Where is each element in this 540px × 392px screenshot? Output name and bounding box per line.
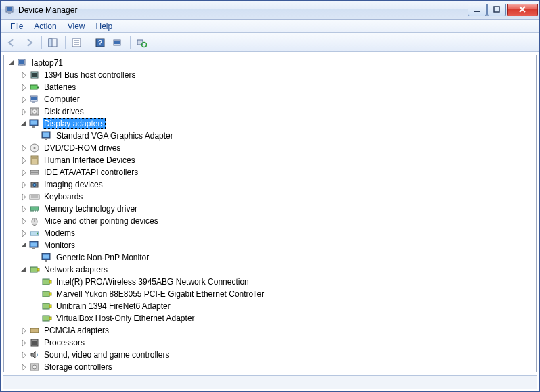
tree-node-net-child[interactable]: Intel(R) PRO/Wireless 3945ABG Network Co… (5, 276, 536, 288)
nic-icon (41, 276, 52, 287)
expand-icon[interactable] (19, 362, 29, 372)
menu-action[interactable]: Action (28, 20, 62, 32)
expand-icon[interactable] (19, 143, 29, 153)
menu-file[interactable]: File (5, 20, 28, 32)
tree-label: Standard VGA Graphics Adapter (55, 130, 175, 141)
app-icon (5, 5, 16, 16)
tree-label: laptop71 (30, 57, 64, 68)
expand-icon[interactable] (19, 216, 29, 226)
tree-label: PCMCIA adapters (43, 325, 110, 336)
svg-rect-20 (20, 65, 23, 66)
expand-icon[interactable] (19, 107, 29, 117)
svg-point-38 (34, 147, 36, 149)
collapse-icon[interactable] (19, 241, 29, 251)
properties-button[interactable] (68, 34, 85, 51)
tree-node-storage[interactable]: Storage controllers (5, 361, 536, 372)
tree-node-hid[interactable]: Human Interface Devices (5, 154, 536, 166)
tree-node-imaging[interactable]: Imaging devices (5, 178, 536, 191)
tree-node-ide[interactable]: IDE ATA/ATAPI controllers (5, 166, 536, 178)
tree-label: Imaging devices (43, 179, 104, 190)
help-button[interactable]: ? (92, 34, 108, 51)
scan-hardware-button[interactable] (110, 34, 126, 51)
svg-rect-61 (43, 255, 49, 259)
svg-rect-4 (494, 7, 499, 12)
storage-icon (29, 362, 40, 372)
svg-rect-39 (31, 156, 38, 164)
tree-node-monitors[interactable]: Monitors (5, 239, 536, 251)
tree-node-memt[interactable]: Memory technology driver (5, 203, 536, 215)
scan-for-changes-button[interactable] (133, 34, 150, 51)
tree-node-cpu[interactable]: Processors (5, 337, 536, 349)
collapse-icon[interactable] (7, 58, 17, 68)
tree-node-modems[interactable]: Modems (5, 227, 536, 239)
back-button[interactable] (3, 34, 20, 51)
svg-rect-33 (32, 126, 35, 128)
close-button[interactable] (507, 4, 538, 16)
tree-label: Human Interface Devices (43, 155, 137, 166)
tree-label: Intel(R) PRO/Wireless 3945ABG Network Co… (55, 276, 250, 287)
minimize-button[interactable] (468, 4, 487, 16)
tree-label: Processors (43, 337, 86, 348)
nic-icon (41, 301, 52, 312)
expand-icon[interactable] (19, 95, 29, 105)
computer-icon (17, 57, 28, 68)
cpu-icon (29, 337, 40, 348)
menu-view[interactable]: View (62, 20, 91, 32)
expand-icon[interactable] (19, 350, 29, 360)
show-hide-tree-button[interactable] (45, 34, 61, 51)
expander-spacer (31, 301, 41, 312)
expand-icon[interactable] (19, 70, 29, 80)
tree-node-net[interactable]: Network adapters (5, 264, 536, 276)
tree-node-display-child[interactable]: Standard VGA Graphics Adapter (5, 130, 536, 142)
collapse-icon[interactable] (19, 119, 29, 129)
tree-node-keyb[interactable]: Keyboards (5, 191, 536, 203)
tree-node-pcmcia[interactable]: PCMCIA adapters (5, 324, 536, 337)
tree-node-display[interactable]: Display adapters (5, 118, 536, 130)
chip-icon (29, 70, 40, 80)
menu-help[interactable]: Help (91, 20, 118, 32)
tree-node-1394[interactable]: 1394 Bus host controllers (5, 69, 536, 81)
tree-node-sound[interactable]: Sound, video and game controllers (5, 349, 536, 361)
tree-node-mice[interactable]: Mice and other pointing devices (5, 215, 536, 227)
titlebar[interactable]: Device Manager (1, 1, 539, 20)
expand-icon[interactable] (19, 82, 29, 93)
tree-node-disk[interactable]: Disk drives (5, 105, 536, 118)
nic-icon (41, 289, 52, 299)
svg-rect-22 (32, 73, 37, 77)
nic-icon (41, 313, 52, 324)
tree-label: Batteries (43, 82, 77, 93)
tree-label: Mice and other pointing devices (43, 216, 160, 226)
expand-icon[interactable] (19, 228, 29, 239)
device-tree[interactable]: laptop711394 Bus host controllersBatteri… (4, 55, 536, 372)
tree-node-net-child[interactable]: Marvell Yukon 88E8055 PCI-E Gigabit Ethe… (5, 288, 536, 300)
tree-label: 1394 Bus host controllers (43, 70, 137, 80)
expand-icon[interactable] (19, 192, 29, 202)
svg-rect-48 (30, 207, 39, 210)
display-icon (29, 118, 40, 129)
expand-icon[interactable] (19, 155, 29, 166)
expand-icon[interactable] (19, 338, 29, 348)
svg-rect-75 (32, 341, 37, 345)
tree-label: Monitors (43, 240, 76, 251)
tree-node-comp[interactable]: Computer (5, 93, 536, 105)
expander-spacer (31, 314, 41, 324)
tree-node-monitors-child[interactable]: Generic Non-PnP Monitor (5, 251, 536, 264)
tree-node-net-child[interactable]: VirtualBox Host-Only Ethernet Adapter (5, 312, 536, 324)
expand-icon[interactable] (19, 326, 29, 336)
tree-node-batt[interactable]: Batteries (5, 81, 536, 93)
expand-icon[interactable] (19, 204, 29, 214)
tree-node-net-child[interactable]: Unibrain 1394 FireNet6 Adapter (5, 300, 536, 312)
collapse-icon[interactable] (19, 265, 29, 275)
tree-node-dvd[interactable]: DVD/CD-ROM drives (5, 142, 536, 154)
maximize-button[interactable] (487, 4, 506, 16)
forward-button[interactable] (21, 34, 37, 51)
disk-icon (29, 106, 40, 117)
tree-node-root[interactable]: laptop71 (5, 57, 536, 69)
expand-icon[interactable] (19, 180, 29, 190)
tree-label: Generic Non-PnP Monitor (55, 252, 150, 263)
dvd-icon (29, 143, 40, 153)
tree-label: Modems (43, 228, 76, 239)
monitor-icon (29, 240, 40, 251)
expand-icon[interactable] (19, 168, 29, 178)
svg-rect-70 (49, 305, 51, 308)
